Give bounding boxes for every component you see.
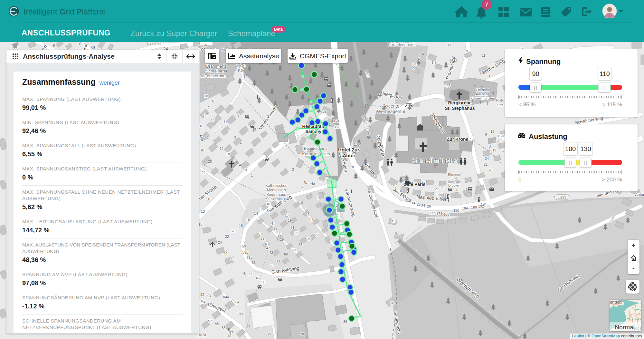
svg-text:22: 22: [202, 171, 205, 175]
svg-text:Kornelimünster: Kornelimünster: [388, 42, 416, 47]
svg-text:43: 43: [269, 251, 273, 255]
svg-text:22: 22: [484, 162, 488, 166]
svg-text:Kornelimünster: Kornelimünster: [470, 96, 494, 100]
svg-text:50: 50: [261, 280, 265, 284]
svg-text:St. Stephanus: St. Stephanus: [445, 106, 475, 111]
svg-text:14: 14: [254, 211, 258, 215]
svg-text:1: 1: [317, 196, 319, 200]
svg-text:Laschet: Laschet: [147, 42, 161, 46]
svg-text:18: 18: [239, 224, 243, 228]
svg-text:1: 1: [251, 173, 253, 177]
svg-text:ondon: ondon: [610, 300, 621, 305]
svg-text:82a: 82a: [238, 311, 244, 315]
svg-text:12: 12: [259, 207, 263, 211]
svg-text:25: 25: [247, 324, 251, 327]
svg-text:11: 11: [482, 53, 485, 57]
svg-text:172: 172: [429, 211, 435, 215]
svg-text:3: 3: [301, 201, 303, 205]
svg-text:Bezirksdienst: Bezirksdienst: [304, 146, 329, 151]
svg-text:4, 6: 4, 6: [342, 158, 348, 162]
svg-text:8: 8: [394, 184, 396, 188]
svg-text:10: 10: [226, 152, 230, 156]
svg-text:67: 67: [277, 258, 280, 262]
svg-text:i: i: [351, 188, 352, 194]
svg-text:15: 15: [392, 219, 395, 223]
svg-text:24: 24: [218, 240, 222, 244]
svg-text:36: 36: [343, 320, 347, 324]
svg-text:P: P: [243, 73, 248, 79]
svg-text:59b: 59b: [242, 250, 248, 254]
svg-text:4: 4: [239, 163, 241, 167]
svg-text:55: 55: [215, 322, 219, 326]
svg-text:11: 11: [206, 197, 209, 201]
svg-text:Bergkirche: Bergkirche: [448, 100, 471, 105]
svg-text:49: 49: [265, 242, 269, 246]
svg-text:und: und: [452, 177, 457, 180]
svg-text:2: 2: [208, 106, 210, 110]
svg-text:Friedhof: Friedhof: [476, 88, 489, 92]
svg-text:192: 192: [478, 204, 484, 208]
svg-text:& Co: & Co: [236, 63, 246, 68]
svg-text:Kornelimünster: Kornelimünster: [302, 151, 330, 156]
svg-text:2: 2: [301, 186, 303, 190]
svg-text:22: 22: [417, 202, 421, 206]
svg-text:14: 14: [412, 201, 415, 205]
svg-text:176: 176: [444, 212, 450, 216]
svg-text:i: i: [257, 95, 258, 100]
svg-text:188: 188: [471, 205, 477, 209]
svg-text:29: 29: [280, 237, 284, 241]
svg-text:18: 18: [200, 148, 204, 152]
svg-text:18: 18: [407, 199, 411, 202]
svg-text:9: 9: [466, 49, 468, 53]
svg-text:40: 40: [223, 252, 227, 256]
svg-text:53: 53: [222, 326, 225, 330]
svg-text:10: 10: [204, 94, 208, 98]
svg-text:Sammy’: Sammy’: [305, 129, 323, 134]
svg-text:15-1: 15-1: [497, 134, 505, 138]
svg-text:5: 5: [228, 130, 230, 134]
svg-text:15: 15: [285, 213, 289, 217]
svg-text:Aachen-: Aachen-: [476, 92, 489, 96]
svg-text:7: 7: [485, 2, 488, 8]
svg-text:2a: 2a: [412, 62, 417, 66]
svg-text:4: 4: [482, 71, 484, 75]
svg-text:16: 16: [199, 124, 203, 128]
svg-text:25: 25: [294, 231, 298, 235]
svg-text:9: 9: [198, 45, 200, 49]
svg-text:Inde: Inde: [436, 192, 445, 197]
svg-text:24: 24: [323, 110, 327, 114]
svg-text:10: 10: [398, 189, 402, 193]
svg-text:P: P: [374, 95, 378, 102]
svg-text:7: 7: [365, 121, 367, 125]
svg-text:4a: 4a: [311, 181, 315, 185]
svg-text:5: 5: [237, 113, 239, 117]
svg-text:7: 7: [215, 130, 217, 134]
svg-text:10: 10: [266, 202, 270, 206]
svg-text:57: 57: [208, 319, 212, 323]
svg-text:75: 75: [307, 237, 311, 241]
svg-text:Bäckerei: Bäckerei: [448, 173, 461, 177]
svg-text:98: 98: [210, 301, 213, 305]
svg-text:8: 8: [79, 42, 81, 46]
svg-text:94: 94: [207, 294, 211, 298]
svg-text:136: 136: [354, 142, 360, 146]
svg-text:Normal: Normal: [615, 324, 634, 331]
svg-text:6: 6: [53, 44, 55, 48]
svg-text:3: 3: [234, 135, 236, 139]
svg-text:5: 5: [485, 133, 487, 137]
svg-text:19: 19: [288, 218, 292, 222]
svg-text:126: 126: [335, 125, 340, 129]
svg-text:4: 4: [418, 57, 420, 61]
svg-text:15: 15: [211, 118, 214, 122]
svg-text:Zur Krone: Zur Krone: [447, 137, 469, 142]
svg-text:69: 69: [284, 252, 288, 256]
svg-text:13: 13: [201, 209, 205, 213]
svg-text:8: 8: [352, 165, 354, 169]
svg-text:6: 6: [212, 99, 214, 103]
svg-text:22: 22: [225, 235, 229, 238]
svg-text:44: 44: [249, 273, 252, 276]
svg-text:53: 53: [260, 238, 264, 242]
svg-text:1-5: 1-5: [431, 61, 437, 64]
svg-text:3: 3: [368, 133, 370, 137]
svg-text:Schreinerei: Schreinerei: [206, 69, 227, 73]
